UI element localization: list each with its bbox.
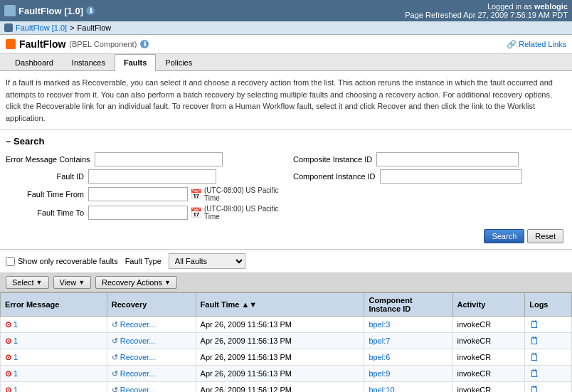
cell-error-message: ⊙ 1 <box>1 333 107 349</box>
page-refreshed-label: Page Refreshed <box>405 11 462 19</box>
sort-asc-icon: ▲ <box>241 300 249 309</box>
error-message-link[interactable]: 1 <box>14 369 18 378</box>
search-left-col: Error Message Contains Fault ID Fault Ti… <box>6 152 279 223</box>
tab-policies[interactable]: Policies <box>156 54 201 70</box>
related-links-label: Related Links <box>519 40 566 48</box>
search-section: − Search Error Message Contains Fault ID… <box>0 130 572 250</box>
fault-time-from-tz: (UTC-08:00) US Pacific Time <box>204 186 279 202</box>
table-row: ⊙ 1↺ Recover...Apr 26, 2009 11:56:13 PMb… <box>1 349 572 366</box>
component-instance-link[interactable]: bpel:3 <box>369 320 390 329</box>
component-instance-id-input[interactable] <box>380 169 522 184</box>
log-icon[interactable]: 🗒 <box>529 384 539 392</box>
recovery-actions-button[interactable]: Recovery Actions ▼ <box>95 276 177 289</box>
cell-fault-time: Apr 26, 2009 11:56:12 PM <box>196 382 364 393</box>
reset-button[interactable]: Reset <box>527 229 563 243</box>
recover-icon: ↺ <box>112 337 118 346</box>
app-title: FaultFlow [1.0] <box>18 6 83 16</box>
component-type: (BPEL Component) <box>69 40 137 48</box>
view-button[interactable]: View ▼ <box>53 276 92 289</box>
error-message-link[interactable]: 1 <box>14 353 18 361</box>
breadcrumb-current: FaultFlow <box>78 23 112 32</box>
cell-error-message: ⊙ 1 <box>1 317 107 333</box>
composite-instance-id-input[interactable] <box>376 152 519 166</box>
recover-link[interactable]: ↺ Recover... <box>112 337 191 346</box>
component-instance-link[interactable]: bpel:9 <box>369 369 390 378</box>
faults-info-text: If a fault is marked as Recoverable, you… <box>0 71 572 130</box>
soa-composite-icon <box>4 23 13 32</box>
col-fault-time[interactable]: Fault Time ▲▼ <box>196 293 364 317</box>
error-icon: ⊙ <box>5 353 11 361</box>
error-message-input[interactable] <box>95 152 223 166</box>
recover-link[interactable]: ↺ Recover... <box>112 369 191 378</box>
related-links-button[interactable]: 🔗 Related Links <box>507 40 566 49</box>
component-title-area: FaultFlow (BPEL Component) ℹ <box>6 38 149 50</box>
error-message-link[interactable]: 1 <box>14 386 18 393</box>
component-info-icon[interactable]: ℹ <box>140 40 149 48</box>
search-header: − Search <box>6 136 566 147</box>
fault-time-to-tz: (UTC-08:00) US Pacific Time <box>204 205 279 221</box>
recover-link[interactable]: ↺ Recover... <box>112 320 191 329</box>
search-button[interactable]: Search <box>484 229 524 243</box>
breadcrumb: FaultFlow [1.0] > FaultFlow <box>0 21 572 35</box>
component-instance-link[interactable]: bpel:7 <box>369 337 390 345</box>
cell-recovery: ↺ Recover... <box>107 382 196 393</box>
error-message-link[interactable]: 1 <box>14 337 18 345</box>
breadcrumb-separator: > <box>70 23 74 32</box>
table-row: ⊙ 1↺ Recover...Apr 26, 2009 11:56:13 PMb… <box>1 333 572 349</box>
component-instance-link[interactable]: bpel:10 <box>369 386 394 392</box>
select-dropdown-arrow: ▼ <box>36 279 43 286</box>
search-right-col: Composite Instance ID Component Instance… <box>293 152 566 223</box>
show-recoverable-checkbox[interactable] <box>6 257 15 266</box>
tab-dashboard[interactable]: Dashboard <box>6 54 63 70</box>
fault-time-to-input[interactable] <box>88 206 188 220</box>
error-icon: ⊙ <box>5 369 11 378</box>
cell-activity: invokeCR <box>452 366 525 382</box>
cell-component-instance-id: bpel:6 <box>364 349 452 366</box>
cell-recovery: ↺ Recover... <box>107 333 196 349</box>
log-icon[interactable]: 🗒 <box>529 335 539 346</box>
soa-icon <box>4 5 16 16</box>
component-instance-id-row: Component Instance ID <box>293 169 566 184</box>
cell-logs: 🗒 <box>525 333 572 349</box>
cell-activity: invokeCR <box>452 382 525 393</box>
tab-instances[interactable]: Instances <box>63 54 115 70</box>
table-row: ⊙ 1↺ Recover...Apr 26, 2009 11:56:13 PMb… <box>1 317 572 333</box>
show-recoverable-label[interactable]: Show only recoverable faults <box>6 257 118 266</box>
fault-time-from-input[interactable] <box>88 187 188 201</box>
fault-time-from-cal-icon[interactable]: 📅 <box>190 189 202 200</box>
composite-instance-id-row: Composite Instance ID <box>293 152 566 166</box>
breadcrumb-faultflow-link[interactable]: FaultFlow [1.0] <box>16 23 67 32</box>
fault-time-to-cal-icon[interactable]: 📅 <box>190 207 202 218</box>
login-info: Logged in as weblogic Page Refreshed Apr… <box>405 2 568 19</box>
cell-logs: 🗒 <box>525 382 572 393</box>
fault-id-label: Fault ID <box>6 172 84 181</box>
log-icon[interactable]: 🗒 <box>529 351 539 363</box>
logged-in-label: Logged in as <box>487 2 532 11</box>
select-button[interactable]: Select ▼ <box>6 276 49 289</box>
app-title-area: FaultFlow [1.0] ℹ <box>4 5 95 16</box>
page-refreshed-time: Apr 27, 2009 7:56:19 AM PDT <box>463 11 568 19</box>
view-label: View <box>60 278 77 287</box>
fault-type-select[interactable]: All Faults Business Faults System Faults… <box>169 253 245 269</box>
cell-error-message: ⊙ 1 <box>1 349 107 366</box>
cell-error-message: ⊙ 1 <box>1 382 107 393</box>
filter-bar: Show only recoverable faults Fault Type … <box>0 250 572 273</box>
error-message-link[interactable]: 1 <box>14 320 18 329</box>
fault-time-from-wrapper: 📅 (UTC-08:00) US Pacific Time <box>88 186 279 202</box>
search-collapse-icon[interactable]: − <box>6 137 11 147</box>
recover-link[interactable]: ↺ Recover... <box>112 353 191 362</box>
recover-icon: ↺ <box>112 320 118 329</box>
col-component-instance-id: ComponentInstance ID <box>364 293 452 317</box>
recover-link[interactable]: ↺ Recover... <box>112 386 191 393</box>
log-icon[interactable]: 🗒 <box>529 368 539 379</box>
cell-component-instance-id: bpel:9 <box>364 366 452 382</box>
log-icon[interactable]: 🗒 <box>529 319 539 330</box>
faults-table-container: Error Message Recovery Fault Time ▲▼ Com… <box>0 292 572 392</box>
app-info-icon[interactable]: ℹ <box>86 6 95 15</box>
col-activity: Activity <box>452 293 525 317</box>
fault-id-input[interactable] <box>88 169 216 184</box>
tab-faults[interactable]: Faults <box>115 54 156 71</box>
cell-fault-time: Apr 26, 2009 11:56:13 PM <box>196 349 364 366</box>
component-instance-link[interactable]: bpel:6 <box>369 353 390 361</box>
table-row: ⊙ 1↺ Recover...Apr 26, 2009 11:56:13 PMb… <box>1 366 572 382</box>
